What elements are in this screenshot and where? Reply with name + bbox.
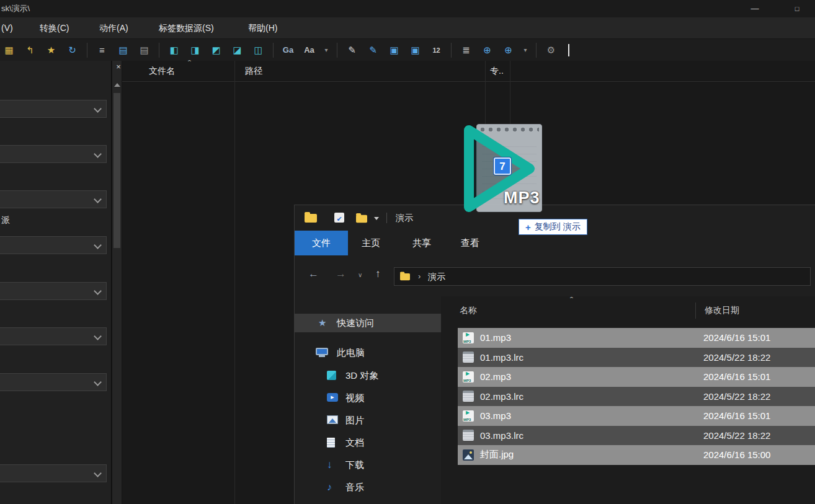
save-tag-button[interactable]: ▦ <box>1 42 17 58</box>
tab-share[interactable]: 共享 <box>400 231 443 255</box>
tag-field-artist[interactable] <box>0 145 107 163</box>
up-icon[interactable]: ↑ <box>375 268 381 280</box>
file-rows: 01.mp3 2024/6/16 15:01 01.mp3.lrc 2024/5… <box>441 328 815 465</box>
file-row[interactable]: 02.mp3.lrc 2024/5/22 18:22 <box>458 387 815 407</box>
column-path[interactable]: 路径 <box>245 61 262 81</box>
field-paste-button[interactable]: ▣ <box>408 42 423 58</box>
file-row[interactable]: 01.mp3.lrc 2024/5/22 18:22 <box>458 348 815 368</box>
web-dropdown-icon[interactable]: ▾ <box>522 42 529 58</box>
tab-file[interactable]: 文件 <box>295 231 348 255</box>
tag-field-year[interactable] <box>0 282 107 300</box>
sidebar-item-label: 3D 对象 <box>345 366 378 385</box>
edit-tag-button[interactable]: ✎ <box>344 42 360 58</box>
sidebar-item-documents[interactable]: 文档 <box>295 433 441 452</box>
scrollbar-thumb[interactable] <box>114 93 120 248</box>
convert-case-aa-button[interactable]: Aa <box>301 42 317 58</box>
tag-field-title[interactable] <box>0 100 107 118</box>
print-alt-button[interactable]: ▤ <box>136 42 152 58</box>
favorites-star-icon[interactable]: ★ <box>43 42 59 58</box>
tag-cut-button[interactable]: ◧ <box>166 42 182 58</box>
tag-field-genre[interactable] <box>0 236 107 254</box>
autonumber-button[interactable]: 12 <box>429 42 444 58</box>
file-row[interactable]: 封面.jpg 2024/6/16 15:00 <box>458 445 815 465</box>
explorer-window: 演示 文件 主页 共享 查看 ← → ∨ ↑ › 演示 快速访问 <box>294 205 815 504</box>
mp3-file-icon <box>463 410 474 422</box>
tag-field-extra[interactable] <box>0 464 107 482</box>
tab-view[interactable]: 查看 <box>450 231 491 255</box>
edit-filename-button[interactable]: ✎ <box>365 42 381 58</box>
print-button[interactable]: ▤ <box>115 42 131 58</box>
chevron-down-icon <box>94 287 102 295</box>
sidebar-item-this-pc[interactable]: 此电脑 <box>295 343 441 362</box>
file-row[interactable]: 03.mp3 2024/6/16 15:01 <box>458 406 815 426</box>
file-row[interactable]: 02.mp3 2024/6/16 15:01 <box>458 367 815 387</box>
chevron-down-icon <box>94 195 102 203</box>
mp3-format-label: MP3 <box>504 188 540 208</box>
tag-field-album[interactable] <box>0 190 107 208</box>
file-row[interactable]: 03.mp3.lrc 2024/5/22 18:22 <box>458 426 815 446</box>
sidebar-item-downloads[interactable]: 下载 <box>295 456 441 474</box>
refresh-icon[interactable]: ↻ <box>65 42 80 58</box>
qat-dropdown-icon[interactable] <box>374 217 379 220</box>
lrc-file-icon <box>463 351 474 363</box>
menu-tag-sources[interactable]: 标签数据源(S) <box>159 17 214 38</box>
drag-count-badge: 7 <box>494 157 511 175</box>
convert-case-ga-button[interactable]: Ga <box>280 42 296 58</box>
tag-field-track[interactable] <box>0 327 107 345</box>
drag-tooltip: + 复制到 演示 <box>519 219 587 235</box>
sidebar-item-pictures[interactable]: 图片 <box>295 411 441 430</box>
column-album[interactable]: 专.. <box>490 61 504 81</box>
menu-convert[interactable]: 转换(C) <box>40 17 69 38</box>
tag-merge-button[interactable]: ◪ <box>229 42 245 58</box>
close-icon[interactable]: × <box>114 62 123 72</box>
tag-swap-button[interactable]: ◫ <box>251 42 266 58</box>
menu-help[interactable]: 帮助(H) <box>248 17 277 38</box>
forward-icon[interactable]: → <box>336 268 346 280</box>
sidebar-item-partial[interactable] <box>295 500 441 504</box>
sidebar-item-music[interactable]: 音乐 <box>295 478 441 497</box>
computer-icon <box>316 348 328 358</box>
column-name[interactable]: 名称 <box>460 305 477 316</box>
chevron-down-icon <box>94 378 102 386</box>
column-date[interactable]: 修改日期 <box>705 305 739 316</box>
field-copy-button[interactable]: ▣ <box>386 42 402 58</box>
sidebar-item-3d-objects[interactable]: 3D 对象 <box>295 366 441 385</box>
web-source-button[interactable]: ⊕ <box>479 42 495 58</box>
tag-copy-button[interactable]: ◨ <box>187 42 203 58</box>
menu-view[interactable]: (V) <box>1 17 13 38</box>
scroll-up-icon[interactable] <box>114 83 120 87</box>
tag-paste-button[interactable]: ◩ <box>208 42 224 58</box>
tab-home[interactable]: 主页 <box>349 231 393 255</box>
sidebar-item-videos[interactable]: 视频 <box>295 389 441 407</box>
genre-field-label: 派 <box>1 214 10 226</box>
address-bar[interactable]: › 演示 <box>394 267 811 286</box>
history-caret-icon[interactable]: ∨ <box>358 272 362 278</box>
picture-icon <box>327 415 338 424</box>
menu-actions[interactable]: 动作(A) <box>99 17 128 38</box>
column-filename[interactable]: 文件名 <box>149 61 175 81</box>
back-icon[interactable]: ← <box>308 268 319 280</box>
file-row[interactable]: 01.mp3 2024/6/16 15:01 <box>458 328 815 348</box>
navigation-sidebar: 快速访问 此电脑 3D 对象 视频 图片 <box>295 296 441 504</box>
column-divider[interactable] <box>695 303 696 319</box>
breadcrumb[interactable]: 演示 <box>428 268 445 285</box>
remove-tag-button[interactable]: ↰ <box>22 42 38 58</box>
qat-folder-icon[interactable] <box>356 215 367 223</box>
case-dropdown-icon[interactable]: ▾ <box>323 42 330 58</box>
sidebar-item-quick-access[interactable]: 快速访问 <box>295 314 441 332</box>
minimize-button[interactable]: — <box>741 0 769 17</box>
maximize-button[interactable]: □ <box>783 0 811 17</box>
file-date: 2024/6/16 15:00 <box>703 449 770 460</box>
web-source-alt-button[interactable]: ⊕ <box>501 42 516 58</box>
qat-check-icon[interactable] <box>334 213 344 223</box>
tag-field-comment[interactable] <box>0 373 107 391</box>
folder-icon <box>305 214 317 223</box>
tag-panel-scrollbar[interactable] <box>112 61 122 504</box>
file-name: 03.mp3 <box>480 410 511 421</box>
options-wrench-icon[interactable]: ⚙ <box>543 42 559 58</box>
sidebar-item-label: 此电脑 <box>337 343 365 362</box>
equalizer-button[interactable]: ≣ <box>458 42 474 58</box>
view-list-button[interactable]: ≡ <box>94 42 110 58</box>
file-date: 2024/5/22 18:22 <box>703 391 770 402</box>
file-date: 2024/6/16 15:01 <box>703 332 770 343</box>
